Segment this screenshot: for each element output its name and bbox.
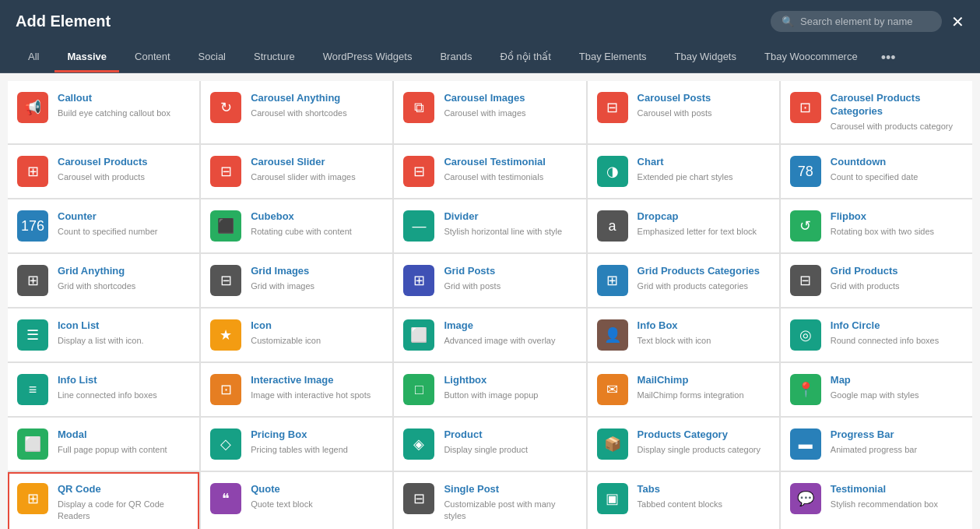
element-card-carousel-anything[interactable]: ↻Carousel AnythingCarousel with shortcod… [201, 81, 392, 143]
element-name: Lightbox [444, 374, 576, 387]
search-input[interactable] [800, 16, 931, 27]
element-card-carousel-products[interactable]: ⊞Carousel ProductsCarousel with products [8, 145, 199, 198]
tabs-more-button[interactable]: ••• [873, 44, 904, 72]
tab-content[interactable]: Content [122, 43, 183, 72]
element-info: TabsTabbed content blocks [638, 483, 770, 510]
element-desc: Carousel with products category [831, 121, 963, 132]
add-element-modal: Add Element 🔍 ✕ AllMassiveContentSocialS… [0, 0, 980, 529]
element-icon: ▣ [597, 483, 628, 514]
element-info: Carousel ProductsCarousel with products [58, 156, 190, 183]
element-card-qr-code[interactable]: ⊞QR CodeDisplay a code for QR Code Reade… [8, 472, 199, 529]
element-card-interactive-image[interactable]: ⊡Interactive ImageImage with interactive… [201, 363, 392, 416]
element-name: Chart [638, 156, 770, 169]
element-card-dropcap[interactable]: aDropcapEmphasized letter for text block [588, 199, 779, 252]
tab-tbay-widgets[interactable]: Tbay Widgets [662, 43, 749, 72]
element-card-chart[interactable]: ◑ChartExtended pie chart styles [588, 145, 779, 198]
element-icon: 📦 [597, 428, 628, 460]
element-card-icon[interactable]: ★IconCustomizable icon [201, 309, 392, 361]
element-card-grid-posts[interactable]: ⊞Grid PostsGrid with posts [394, 254, 585, 307]
element-name: Carousel Images [444, 92, 576, 105]
element-card-info-circle[interactable]: ◎Info CircleRound connected info boxes [781, 309, 972, 361]
tab-do-noi-that[interactable]: Đồ nội thất [488, 43, 564, 72]
element-card-progress-bar[interactable]: ▬Progress BarAnimated progress bar [781, 418, 972, 471]
element-card-carousel-slider[interactable]: ⊟Carousel SliderCarousel slider with ima… [201, 145, 392, 198]
element-name: QR Code [58, 483, 190, 496]
element-card-grid-products[interactable]: ⊟Grid ProductsGrid with products [781, 254, 972, 307]
element-card-cubebox[interactable]: ⬛CubeboxRotating cube with content [201, 199, 392, 252]
element-card-flipbox[interactable]: ↺FlipboxRotating box with two sides [781, 199, 972, 252]
element-card-testimonial[interactable]: 💬TestimonialStylish recommendation box [781, 472, 972, 529]
element-name: Single Post [444, 483, 576, 496]
element-name: Products Category [638, 428, 770, 442]
element-card-carousel-images[interactable]: ⧉Carousel ImagesCarousel with images [394, 81, 585, 143]
element-card-modal[interactable]: ⬜ModalFull page popup with content [8, 418, 199, 471]
element-info: QR CodeDisplay a code for QR Code Reader… [58, 483, 190, 523]
element-card-quote[interactable]: ❝QuoteQuote text block [201, 472, 392, 529]
element-desc: Rotating box with two sides [831, 226, 963, 238]
element-card-divider[interactable]: —DividerStylish horizontal line with sty… [394, 199, 585, 252]
element-name: Icon List [58, 319, 190, 333]
elements-grid: 📢CalloutBuild eye catching callout box↻C… [8, 81, 972, 529]
element-icon: ❝ [210, 483, 241, 514]
tab-all[interactable]: All [16, 43, 51, 72]
element-icon: 👤 [597, 319, 628, 351]
element-card-carousel-products-categories[interactable]: ⊡Carousel Products CategoriesCarousel wi… [781, 81, 972, 143]
tab-social[interactable]: Social [186, 43, 238, 72]
element-card-counter[interactable]: 176CounterCount to specified number [8, 199, 199, 252]
element-icon: 📢 [17, 92, 48, 123]
element-icon: ⊟ [403, 156, 434, 187]
element-icon: 💬 [790, 483, 821, 514]
element-desc: Stylish recommendation box [831, 499, 963, 510]
element-card-single-post[interactable]: ⊟Single PostCustomizable post with many … [394, 472, 585, 529]
element-card-carousel-posts[interactable]: ⊟Carousel PostsCarousel with posts [588, 81, 779, 143]
tab-massive[interactable]: Massive [54, 43, 119, 72]
element-card-lightbox[interactable]: □LightboxButton with image popup [394, 363, 585, 416]
element-card-info-list[interactable]: ≡Info ListLine connected info boxes [8, 363, 199, 416]
element-icon: ★ [210, 319, 241, 351]
content-area[interactable]: 📢CalloutBuild eye catching callout box↻C… [0, 73, 980, 529]
element-info: CounterCount to specified number [58, 210, 190, 238]
element-icon: ▬ [790, 428, 821, 460]
element-info: TestimonialStylish recommendation box [831, 483, 963, 510]
element-card-map[interactable]: 📍MapGoogle map with styles [781, 363, 972, 416]
element-icon: ↻ [210, 92, 241, 123]
element-info: CountdownCount to specified date [831, 156, 963, 183]
element-icon: ◈ [403, 428, 434, 460]
element-icon: ⊟ [790, 265, 821, 296]
element-card-grid-products-categories[interactable]: ⊞Grid Products CategoriesGrid with produ… [588, 254, 779, 307]
element-desc: Full page popup with content [58, 444, 190, 456]
element-desc: Round connected info boxes [831, 335, 963, 347]
element-card-countdown[interactable]: 78CountdownCount to specified date [781, 145, 972, 198]
element-card-callout[interactable]: 📢CalloutBuild eye catching callout box [8, 81, 199, 143]
element-card-icon-list[interactable]: ☰Icon ListDisplay a list with icon. [8, 309, 199, 361]
element-card-pricing-box[interactable]: ◇Pricing BoxPricing tables with legend [201, 418, 392, 471]
element-card-image[interactable]: ⬜ImageAdvanced image with overlay [394, 309, 585, 361]
close-button[interactable]: ✕ [951, 14, 964, 30]
element-info: Carousel ImagesCarousel with images [444, 92, 576, 119]
element-card-products-category[interactable]: 📦Products CategoryDisplay single product… [588, 418, 779, 471]
element-info: DropcapEmphasized letter for text block [638, 210, 770, 238]
tab-brands[interactable]: Brands [427, 43, 484, 72]
element-info: Grid Products CategoriesGrid with produc… [638, 265, 770, 292]
element-icon: ⬜ [17, 428, 48, 460]
element-card-grid-images[interactable]: ⊟Grid ImagesGrid with images [201, 254, 392, 307]
tab-structure[interactable]: Structure [241, 43, 307, 72]
tab-tbay-elements[interactable]: Tbay Elements [567, 43, 659, 72]
element-info: Carousel Products CategoriesCarousel wit… [831, 92, 963, 132]
element-card-grid-anything[interactable]: ⊞Grid AnythingGrid with shortcodes [8, 254, 199, 307]
element-info: Carousel AnythingCarousel with shortcode… [251, 92, 383, 119]
element-desc: Count to specified number [58, 226, 190, 238]
element-desc: Extended pie chart styles [638, 171, 770, 183]
element-card-carousel-testimonial[interactable]: ⊟Carousel TestimonialCarousel with testi… [394, 145, 585, 198]
element-card-info-box[interactable]: 👤Info BoxText block with icon [588, 309, 779, 361]
element-info: CubeboxRotating cube with content [251, 210, 383, 238]
element-card-mailchimp[interactable]: ✉MailChimpMailChimp forms integration [588, 363, 779, 416]
element-info: Interactive ImageImage with interactive … [251, 374, 383, 401]
tab-wordpress-widgets[interactable]: WordPress Widgets [311, 43, 425, 72]
element-name: Progress Bar [831, 428, 963, 442]
tab-tbay-woocommerce[interactable]: Tbay Woocommerce [752, 43, 870, 72]
element-card-product[interactable]: ◈ProductDisplay single product [394, 418, 585, 471]
element-name: Quote [251, 483, 383, 496]
element-info: QuoteQuote text block [251, 483, 383, 510]
element-card-tabs[interactable]: ▣TabsTabbed content blocks [588, 472, 779, 529]
